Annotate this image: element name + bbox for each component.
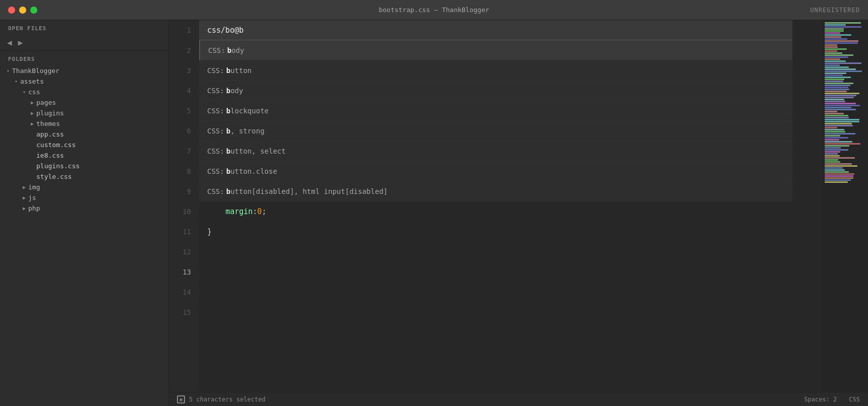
minimap-line-56 bbox=[825, 135, 840, 137]
folders-header: FOLDERS bbox=[0, 51, 168, 65]
autocomplete-item-5[interactable]: CSS: button, select bbox=[199, 141, 792, 161]
minimap-line-34 bbox=[825, 91, 847, 92]
minimap-line-45 bbox=[825, 113, 844, 114]
tree-label-pages: pages bbox=[36, 99, 56, 106]
minimap-line-52 bbox=[825, 127, 837, 128]
tree-item-assets[interactable]: ▾assets bbox=[0, 76, 168, 87]
minimap-line-51 bbox=[825, 125, 853, 126]
tree-item-css[interactable]: ▾css bbox=[0, 87, 168, 97]
status-right: Spaces: 2 CSS bbox=[804, 396, 860, 403]
tree-arrow-php: ▶ bbox=[20, 206, 28, 211]
ac-suffix-1: utton bbox=[230, 66, 252, 75]
minimap-line-78 bbox=[825, 179, 851, 181]
titlebar: bootstrap.css — ThankBlogger UNREGISTERE… bbox=[0, 0, 868, 20]
line-number-1: 1 bbox=[173, 20, 191, 40]
ac-prefix-1: CSS: bbox=[207, 66, 224, 75]
minimap-line-62 bbox=[825, 147, 841, 149]
minimap-line-77 bbox=[825, 177, 853, 179]
sidebar-nav-bar: ◀ ▶ bbox=[0, 35, 168, 51]
minimap-line-41 bbox=[825, 105, 860, 106]
traffic-lights bbox=[8, 7, 37, 14]
minimap-line-6 bbox=[825, 34, 851, 36]
minimap-line-8 bbox=[825, 38, 847, 40]
registration-status: UNREGISTERED bbox=[810, 7, 860, 14]
minimap-line-58 bbox=[825, 139, 839, 141]
tree-item-js[interactable]: ▶js bbox=[0, 192, 168, 203]
code-lines-below: margin: 0;} bbox=[199, 201, 792, 242]
minimap-line-40 bbox=[825, 103, 856, 104]
selection-status: 5 characters selected bbox=[189, 396, 266, 403]
nav-back-button[interactable]: ◀ bbox=[4, 37, 15, 48]
line-number-5: 5 bbox=[173, 101, 191, 121]
minimap-line-65 bbox=[825, 153, 838, 155]
minimap-line-20 bbox=[825, 62, 861, 64]
tree-arrow-plugins: ▶ bbox=[28, 110, 36, 116]
minimap-line-21 bbox=[825, 64, 840, 66]
tree-item-custom.css[interactable]: custom.css bbox=[0, 140, 168, 150]
ac-suffix-3: lockquote bbox=[230, 107, 269, 115]
minimap-line-37 bbox=[825, 97, 854, 98]
code-editor: 123456789101112131415 css/bo@b CSS: body… bbox=[169, 20, 868, 392]
tree-item-plugins.css[interactable]: plugins.css bbox=[0, 161, 168, 171]
minimap-line-23 bbox=[825, 69, 856, 70]
tree-item-thankblogger[interactable]: ▾ThankBlogger bbox=[0, 65, 168, 76]
autocomplete-item-0[interactable]: CSS: body bbox=[199, 40, 792, 60]
autocomplete-item-1[interactable]: CSS: button bbox=[199, 60, 792, 81]
ac-prefix-6: CSS: bbox=[207, 167, 224, 175]
minimap-line-60 bbox=[825, 143, 860, 145]
code-content[interactable]: css/bo@b CSS: bodyCSS: buttonCSS: bodyCS… bbox=[199, 20, 823, 392]
minimize-button[interactable] bbox=[19, 7, 26, 14]
tree-item-app.css[interactable]: app.css bbox=[0, 129, 168, 140]
minimap-line-72 bbox=[825, 167, 843, 169]
minimap-line-16 bbox=[825, 54, 853, 56]
minimap-line-47 bbox=[825, 117, 849, 118]
tree-label-plugins: plugins bbox=[36, 109, 64, 117]
autocomplete-item-2[interactable]: CSS: body bbox=[199, 81, 792, 101]
line-number-9: 9 bbox=[173, 181, 191, 201]
minimap-line-2 bbox=[825, 26, 861, 28]
tree-item-plugins[interactable]: ▶plugins bbox=[0, 108, 168, 118]
minimap-line-76 bbox=[825, 175, 853, 177]
sidebar: OPEN FILES ◀ ▶ FOLDERS ▾ThankBlogger▾ass… bbox=[0, 20, 169, 406]
autocomplete-list: CSS: bodyCSS: buttonCSS: bodyCSS: blockq… bbox=[199, 40, 792, 201]
ac-prefix-0: CSS: bbox=[208, 46, 225, 54]
minimap-line-42 bbox=[825, 107, 851, 108]
tree-item-img[interactable]: ▶img bbox=[0, 182, 168, 192]
autocomplete-item-7[interactable]: CSS: button[disabled], html input[disabl… bbox=[199, 181, 792, 201]
minimap-line-55 bbox=[825, 133, 855, 134]
minimap-line-22 bbox=[825, 66, 849, 68]
code-line-15: } bbox=[199, 222, 792, 242]
autocomplete-item-6[interactable]: CSS: button.close bbox=[199, 161, 792, 181]
tree-item-php[interactable]: ▶php bbox=[0, 203, 168, 214]
code-brace-15: } bbox=[207, 227, 212, 236]
minimap-line-75 bbox=[825, 173, 854, 175]
tree-item-themes[interactable]: ▶themes bbox=[0, 118, 168, 129]
minimap-line-31 bbox=[825, 85, 850, 86]
nav-forward-button[interactable]: ▶ bbox=[15, 37, 26, 48]
close-button[interactable] bbox=[8, 7, 15, 14]
ac-prefix-7: CSS: bbox=[207, 187, 224, 195]
ac-bold-1: b bbox=[226, 66, 230, 75]
main-layout: OPEN FILES ◀ ▶ FOLDERS ▾ThankBlogger▾ass… bbox=[0, 20, 868, 406]
minimap-line-67 bbox=[825, 157, 855, 159]
autocomplete-item-4[interactable]: CSS: b, strong bbox=[199, 121, 792, 141]
tree-label-style.css: style.css bbox=[36, 173, 72, 180]
minimap-line-74 bbox=[825, 171, 849, 173]
tree-item-style.css[interactable]: style.css bbox=[0, 171, 168, 182]
input-line[interactable]: css/bo@b bbox=[199, 20, 792, 40]
line-number-8: 8 bbox=[173, 161, 191, 181]
minimap-line-68 bbox=[825, 159, 838, 161]
ac-suffix-0: ody bbox=[231, 46, 244, 54]
minimap-line-1 bbox=[825, 24, 846, 26]
tree-item-pages[interactable]: ▶pages bbox=[0, 97, 168, 108]
minimap-line-4 bbox=[825, 30, 844, 32]
search-input[interactable]: css/bo@b bbox=[207, 26, 243, 35]
minimap-line-44 bbox=[825, 111, 837, 112]
maximize-button[interactable] bbox=[30, 7, 37, 14]
tree-arrow-js: ▶ bbox=[20, 195, 28, 200]
minimap-line-19 bbox=[825, 60, 846, 62]
tree-item-ie8.css[interactable]: ie8.css bbox=[0, 150, 168, 161]
line-number-14: 14 bbox=[173, 282, 191, 302]
autocomplete-item-3[interactable]: CSS: blockquote bbox=[199, 101, 792, 121]
ac-prefix-2: CSS: bbox=[207, 87, 224, 95]
